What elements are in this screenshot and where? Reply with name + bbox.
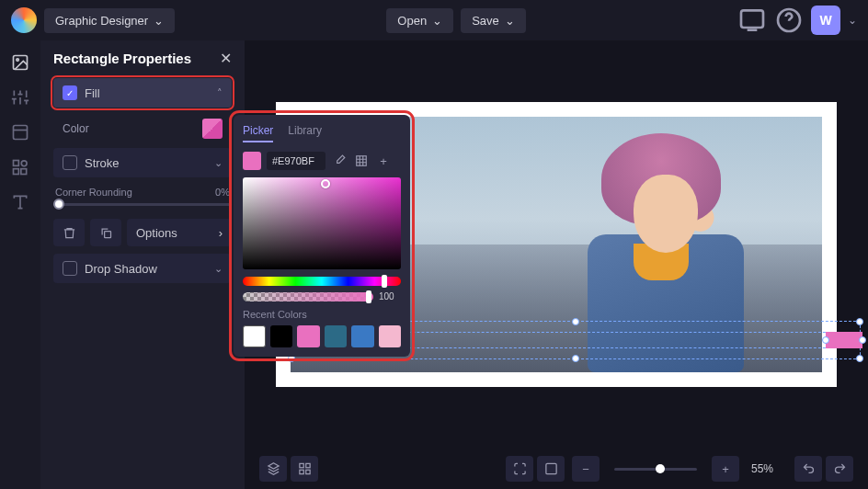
chevron-down-icon[interactable]: ⌄ xyxy=(848,14,857,27)
corner-slider[interactable] xyxy=(53,203,232,206)
zoom-out-button[interactable]: − xyxy=(572,456,600,482)
bottom-bar: − + 55% xyxy=(245,449,868,489)
recent-swatch[interactable] xyxy=(379,325,401,347)
svg-point-3 xyxy=(17,59,18,62)
svg-rect-10 xyxy=(357,156,367,166)
hex-input[interactable] xyxy=(267,152,326,170)
avatar-letter: W xyxy=(819,13,831,28)
svg-point-6 xyxy=(21,161,27,166)
hue-thumb[interactable] xyxy=(382,275,387,288)
redo-button[interactable] xyxy=(826,456,853,482)
save-button[interactable]: Save ⌄ xyxy=(461,8,526,33)
save-label: Save xyxy=(472,14,499,28)
zoom-in-button[interactable]: + xyxy=(712,456,739,482)
chevron-down-icon: ⌄ xyxy=(432,14,442,28)
shadow-checkbox[interactable] xyxy=(63,261,77,276)
fit-button[interactable] xyxy=(506,456,533,482)
recent-swatch[interactable] xyxy=(243,325,266,347)
svg-rect-13 xyxy=(299,470,303,473)
svg-rect-14 xyxy=(305,470,309,473)
drop-shadow-section[interactable]: Drop Shadow ⌄ xyxy=(53,254,232,283)
stroke-section[interactable]: Stroke ⌄ xyxy=(53,148,232,177)
library-tab[interactable]: Library xyxy=(288,124,322,142)
color-picker-popup: Picker Library + 100 Recent Colors xyxy=(234,115,410,357)
fill-section[interactable]: ✓ Fill ˄ xyxy=(53,78,232,108)
fullscreen-button[interactable] xyxy=(537,456,565,482)
help-button[interactable] xyxy=(774,6,804,35)
panel-title: Rectangle Properties xyxy=(53,51,191,66)
duplicate-button[interactable] xyxy=(90,219,121,246)
corner-label: Corner Rounding xyxy=(55,187,132,198)
slider-thumb[interactable] xyxy=(53,199,64,210)
image-tool-icon[interactable] xyxy=(11,53,29,72)
chevron-down-icon: ⌄ xyxy=(214,263,223,275)
chevron-up-icon: ˄ xyxy=(217,87,223,99)
zoom-slider[interactable] xyxy=(614,468,697,471)
grid-icon[interactable] xyxy=(353,153,370,169)
svg-rect-8 xyxy=(21,169,27,175)
close-panel-button[interactable]: ✕ xyxy=(220,50,232,67)
recent-colors-label: Recent Colors xyxy=(243,309,401,320)
current-color-swatch xyxy=(243,152,261,170)
recent-swatch[interactable] xyxy=(325,325,347,347)
workspace-label: Graphic Designer xyxy=(55,14,148,28)
layout-tool-icon[interactable] xyxy=(11,123,29,142)
chevron-down-icon: ⌄ xyxy=(154,14,164,28)
svg-rect-4 xyxy=(14,126,28,140)
add-icon[interactable]: + xyxy=(375,153,392,169)
picker-tab[interactable]: Picker xyxy=(243,124,273,142)
user-avatar[interactable]: W xyxy=(811,6,840,35)
fill-checkbox[interactable]: ✓ xyxy=(63,85,77,100)
fill-label: Fill xyxy=(85,86,100,100)
svg-rect-0 xyxy=(741,10,763,28)
feedback-button[interactable] xyxy=(737,6,767,35)
recent-colors xyxy=(243,325,401,347)
hue-slider[interactable] xyxy=(243,277,401,286)
workspace-dropdown[interactable]: Graphic Designer ⌄ xyxy=(44,8,175,33)
svg-rect-9 xyxy=(104,231,110,237)
eyedropper-icon[interactable] xyxy=(331,153,348,169)
undo-button[interactable] xyxy=(794,456,822,482)
adjust-tool-icon[interactable] xyxy=(11,88,29,107)
zoom-thumb[interactable] xyxy=(656,464,665,473)
pink-rectangle[interactable] xyxy=(826,332,862,348)
layers-button[interactable] xyxy=(259,456,287,482)
text-tool-icon[interactable] xyxy=(11,193,29,211)
stroke-checkbox[interactable] xyxy=(63,155,77,170)
fill-color-swatch[interactable] xyxy=(202,119,223,139)
grid-view-button[interactable] xyxy=(291,456,318,482)
svg-rect-5 xyxy=(14,161,19,166)
alpha-thumb[interactable] xyxy=(366,290,371,303)
zoom-value: 55% xyxy=(747,462,778,475)
stroke-label: Stroke xyxy=(85,156,120,170)
alpha-slider[interactable] xyxy=(243,292,373,301)
recent-swatch[interactable] xyxy=(297,325,319,347)
shadow-label: Drop Shadow xyxy=(85,262,157,276)
svg-rect-15 xyxy=(545,463,555,473)
color-row: Color xyxy=(53,115,232,148)
chevron-right-icon: › xyxy=(219,226,223,240)
corner-value: 0% xyxy=(215,187,230,198)
corner-rounding-row: Corner Rounding 0% xyxy=(53,185,232,203)
chevron-down-icon: ⌄ xyxy=(505,14,515,28)
saturation-value-field[interactable] xyxy=(243,177,401,269)
open-label: Open xyxy=(397,14,427,28)
color-label: Color xyxy=(63,122,89,135)
recent-swatch[interactable] xyxy=(270,325,292,347)
delete-button[interactable] xyxy=(53,219,85,246)
options-label: Options xyxy=(136,226,177,240)
left-rail xyxy=(0,40,40,489)
chevron-down-icon: ⌄ xyxy=(214,157,223,169)
svg-rect-12 xyxy=(305,463,309,467)
sv-cursor[interactable] xyxy=(321,179,330,188)
top-bar: Graphic Designer ⌄ Open ⌄ Save ⌄ W ⌄ xyxy=(0,0,868,40)
open-button[interactable]: Open ⌄ xyxy=(386,8,453,33)
svg-rect-7 xyxy=(14,169,19,175)
alpha-value: 100 xyxy=(379,291,401,301)
shapes-tool-icon[interactable] xyxy=(11,158,29,176)
app-logo[interactable] xyxy=(11,7,37,33)
properties-panel: Rectangle Properties ✕ ✓ Fill ˄ Color St… xyxy=(40,40,245,489)
options-button[interactable]: Options › xyxy=(127,219,232,246)
svg-rect-11 xyxy=(299,463,303,467)
recent-swatch[interactable] xyxy=(351,325,373,347)
